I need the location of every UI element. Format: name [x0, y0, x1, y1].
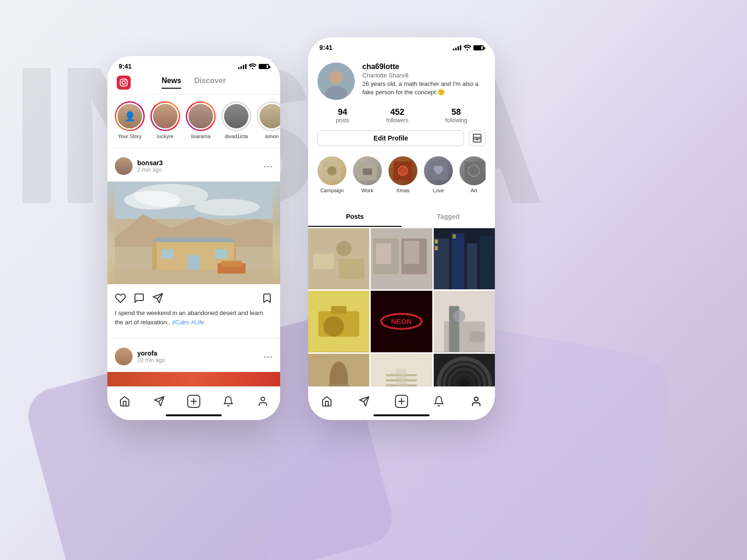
highlight-label-campaign: Campaign — [320, 188, 344, 193]
stories-row: 👤 Your Story luckyre lisarama — [107, 95, 280, 146]
post-2-header: yorofa 10 min ago ⋯ — [107, 345, 280, 368]
story-avatar-wrap-divad1icta — [221, 101, 251, 131]
svg-point-28 — [330, 71, 343, 84]
post-1-caption: I spend the weekend in an abandoned dese… — [107, 308, 280, 331]
svg-point-26 — [261, 397, 265, 401]
tab-news[interactable]: News — [162, 77, 181, 89]
post-2-more-dots[interactable]: ⋯ — [263, 351, 273, 362]
svg-rect-12 — [162, 249, 173, 259]
profile-section: cha69lotte Charlotte Sharvill 26 years o… — [308, 55, 495, 207]
svg-rect-55 — [435, 246, 438, 250]
svg-point-7 — [134, 184, 208, 207]
signal-bars-right — [453, 45, 461, 50]
archive-icon — [472, 133, 482, 143]
highlight-label-art: Art — [471, 188, 477, 193]
svg-rect-13 — [215, 249, 227, 259]
edit-profile-button[interactable]: Edit Profile — [317, 130, 464, 146]
bottom-nav-home-left[interactable] — [115, 392, 134, 411]
bottom-nav-send-right[interactable] — [355, 392, 374, 411]
post-1-username: bonsar3 — [137, 159, 162, 167]
story-avatar-wrap-simon — [257, 101, 280, 131]
campaign-thumb — [323, 161, 341, 180]
grid-cell-1[interactable] — [308, 228, 369, 289]
story-lisarama[interactable]: lisarama — [186, 101, 216, 139]
svg-point-8 — [194, 199, 260, 216]
post-2-avatar — [115, 348, 133, 365]
story-label-simon: simon — [265, 133, 278, 139]
svg-rect-53 — [479, 236, 495, 289]
highlight-circle-xmas — [388, 156, 417, 185]
profile-bio: 26 years old, a math teacher and I'm als… — [362, 80, 486, 97]
nav-header-left: News Discover — [107, 74, 280, 95]
share-icon[interactable] — [152, 293, 163, 304]
bottom-nav-bell-right[interactable] — [430, 392, 448, 411]
stat-posts-num: 94 — [336, 107, 350, 117]
tab-tagged[interactable]: Tagged — [402, 207, 495, 227]
highlight-circle-love — [424, 156, 453, 185]
send-icon-left — [154, 396, 165, 407]
svg-rect-52 — [467, 244, 477, 289]
phone-left: 9:41 — [107, 56, 280, 420]
svg-rect-0 — [117, 76, 131, 90]
grid-cell-4[interactable] — [308, 291, 369, 352]
grid-cell-5[interactable]: NEON — [371, 291, 432, 352]
profile-avatar-svg — [317, 63, 355, 100]
bell-icon-right — [433, 396, 444, 407]
grid-cell-3[interactable] — [434, 228, 495, 289]
like-icon[interactable] — [115, 293, 126, 304]
story-luckyre[interactable]: luckyre — [150, 101, 180, 139]
highlight-xmas[interactable]: Xmas — [388, 156, 417, 193]
stat-followers-label: followers — [386, 117, 408, 124]
archive-button[interactable] — [469, 130, 486, 146]
bell-icon-left — [223, 396, 234, 407]
send-icon-right — [359, 396, 370, 407]
stat-posts: 94 posts — [336, 107, 350, 124]
profile-icon-left — [257, 396, 268, 407]
bottom-nav-profile-left[interactable] — [254, 392, 272, 411]
profile-avatar[interactable] — [317, 63, 355, 100]
grid-cell-2[interactable] — [371, 228, 432, 289]
highlight-campaign[interactable]: Campaign — [317, 156, 346, 193]
story-label-divad1icta: divad1icta — [225, 133, 248, 139]
story-simon[interactable]: simon — [257, 101, 280, 139]
wifi-icon-left — [249, 63, 256, 69]
tab-discover[interactable]: Discover — [194, 77, 226, 89]
story-avatar-wrap-your-story: 👤 — [115, 101, 145, 131]
signal-bar-1 — [238, 67, 240, 69]
post-1-user-details: bonsar3 2 min ago — [137, 159, 162, 173]
story-your-story[interactable]: 👤 Your Story — [115, 101, 145, 139]
highlight-work[interactable]: Work — [353, 156, 382, 193]
bookmark-icon[interactable] — [261, 293, 273, 304]
highlight-label-xmas: Xmas — [396, 188, 409, 193]
highlight-label-work: Work — [361, 188, 373, 193]
home-icon-left — [119, 396, 130, 407]
bottom-nav-add-right[interactable] — [392, 392, 411, 411]
highlights-row: Campaign Work — [317, 154, 486, 200]
comment-icon[interactable] — [134, 293, 145, 304]
work-thumb — [358, 161, 377, 180]
grid-cell-6[interactable] — [434, 291, 495, 352]
bottom-nav-profile-right[interactable] — [467, 392, 486, 411]
story-avatar-simon — [258, 103, 280, 130]
bottom-nav-home-right[interactable] — [317, 392, 336, 411]
stat-following-num: 58 — [445, 107, 467, 117]
post-1-more-dots[interactable]: ⋯ — [263, 161, 273, 172]
grid-img-5: NEON — [371, 291, 432, 352]
highlight-love[interactable]: Love — [424, 156, 453, 193]
divider-posts — [107, 338, 280, 338]
svg-rect-18 — [221, 261, 242, 266]
stat-following: 58 following — [445, 107, 467, 124]
bottom-nav-send-left[interactable] — [150, 392, 169, 411]
profile-icon-right — [471, 396, 482, 407]
post-1-actions-left — [115, 293, 163, 304]
home-icon-right — [321, 396, 332, 407]
story-divad1icta[interactable]: divad1icta — [221, 101, 251, 139]
bottom-nav-bell-left[interactable] — [219, 392, 238, 411]
highlight-art[interactable]: Art — [459, 156, 486, 193]
xmas-thumb — [394, 161, 412, 180]
bottom-nav-add-left[interactable] — [184, 392, 203, 411]
tab-posts[interactable]: Posts — [308, 207, 402, 227]
svg-rect-41 — [313, 254, 334, 269]
highlight-circle-art — [459, 156, 486, 185]
grid-img-2 — [371, 228, 432, 289]
